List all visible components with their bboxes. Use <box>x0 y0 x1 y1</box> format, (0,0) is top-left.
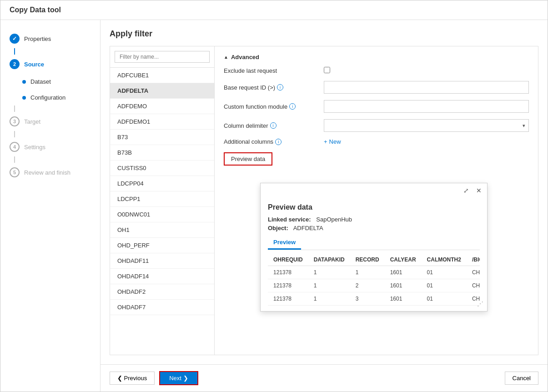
dot-dataset <box>22 80 26 84</box>
previous-button[interactable]: ❮ Previous <box>110 372 155 385</box>
baseid-info-icon[interactable]: i <box>277 84 283 90</box>
app-title: Copy Data tool <box>10 6 61 14</box>
exclude-checkbox[interactable] <box>324 67 330 73</box>
list-item[interactable]: OHDADF2 <box>110 284 214 300</box>
list-item[interactable]: OH1 <box>110 222 214 238</box>
list-item[interactable]: CUSTISS0 <box>110 161 214 176</box>
section-toggle[interactable]: ▲ Advanced <box>224 54 529 60</box>
step-number-source: 2 <box>13 61 16 67</box>
list-item[interactable]: OHDADF11 <box>110 253 214 269</box>
step-number-target: 3 <box>13 119 16 124</box>
custom-label-text: Custom function module <box>224 103 287 110</box>
preview-popup-header: ⤢ ✕ <box>261 183 487 198</box>
triangle-icon: ▲ <box>224 55 228 60</box>
list-item[interactable]: B73B <box>110 145 214 161</box>
preview-popup-title: Preview data <box>268 203 480 211</box>
add-new-button[interactable]: + New <box>324 138 341 145</box>
preview-popup-content: Preview data Linked service: SapOpenHub … <box>261 198 487 311</box>
preview-tabs: Preview <box>268 236 480 250</box>
additional-columns-text: Additional columns <box>224 138 273 145</box>
tab-preview-label: Preview <box>273 239 296 246</box>
page-area: Apply filter ADFCUBE1ADFDELTAADFDEMOADFD… <box>101 20 548 364</box>
preview-col-header: CALYEAR <box>385 254 422 266</box>
delimiter-info-icon[interactable]: i <box>270 122 277 129</box>
step-circle-review: 5 <box>10 167 20 177</box>
sidebar: ✓ Properties 2 Source Dataset Configurat <box>0 20 101 392</box>
list-item[interactable]: O0DNWC01 <box>110 207 214 222</box>
preview-cell: 2 <box>350 279 385 292</box>
label-baseid: Base request ID (>) i <box>224 84 324 91</box>
preview-data-button[interactable]: Preview data <box>224 152 272 166</box>
preview-meta-linked: Linked service: SapOpenHub <box>268 216 480 223</box>
dot-configuration <box>22 96 26 100</box>
sidebar-item-review[interactable]: 5 Review and finish <box>0 163 100 182</box>
step-number-review: 5 <box>13 170 16 175</box>
preview-table-wrap: OHREQUIDDATAPAKIDRECORDCALYEARCALMONTH2/… <box>268 254 480 306</box>
sidebar-label-target: Target <box>24 118 40 125</box>
step-circle-settings: 4 <box>10 142 20 152</box>
preview-data-row: 12137811160101CH02 <box>268 266 480 279</box>
preview-cell: 1 <box>308 292 350 306</box>
control-custom <box>324 100 529 113</box>
custom-input[interactable] <box>324 100 529 113</box>
connector-4 <box>14 156 15 163</box>
step-circle-source: 2 <box>10 59 20 69</box>
preview-col-header: OHREQUID <box>268 254 308 266</box>
sidebar-item-settings[interactable]: 4 Settings <box>0 137 100 156</box>
list-panel: ADFCUBE1ADFDELTAADFDEMOADFDEMO1B73B73BCU… <box>110 46 215 355</box>
linked-service-label: Linked service: <box>268 216 311 223</box>
preview-cell: CH02 <box>467 266 480 279</box>
control-delimiter: Comma Tab ▾ <box>324 119 529 132</box>
list-item[interactable]: LDCPP04 <box>110 176 214 191</box>
label-exclude: Exclude last request <box>224 67 324 74</box>
sidebar-item-properties[interactable]: ✓ Properties <box>0 29 100 48</box>
connector-1 <box>14 48 15 55</box>
resize-handle[interactable]: ⋰ <box>477 300 483 307</box>
preview-cell: 1 <box>308 279 350 292</box>
preview-cell: 3 <box>350 292 385 306</box>
cancel-button[interactable]: Cancel <box>505 372 538 385</box>
custom-info-icon[interactable]: i <box>289 103 296 110</box>
sidebar-item-source[interactable]: 2 Source <box>0 55 100 74</box>
sidebar-item-dataset[interactable]: Dataset <box>0 74 100 90</box>
add-columns-row: Additional columns i + New <box>224 138 529 145</box>
tab-preview[interactable]: Preview <box>268 236 301 250</box>
close-icon[interactable]: ✕ <box>474 186 483 195</box>
plus-icon: + <box>324 138 327 145</box>
preview-cell: CH02 <box>467 279 480 292</box>
next-button[interactable]: Next ❯ <box>159 371 198 385</box>
list-item[interactable]: LDCPP1 <box>110 191 214 207</box>
label-custom: Custom function module i <box>224 103 324 110</box>
form-row-exclude: Exclude last request <box>224 67 529 75</box>
preview-data-row: 12137812160101CH02 <box>268 279 480 292</box>
delimiter-select[interactable]: Comma Tab <box>324 119 529 132</box>
list-item[interactable]: OHDADF7 <box>110 300 214 315</box>
preview-table: OHREQUIDDATAPAKIDRECORDCALYEARCALMONTH2/… <box>268 254 480 306</box>
list-item[interactable]: ADFDEMO1 <box>110 114 214 130</box>
baseid-input[interactable] <box>324 81 529 94</box>
list-item[interactable]: OHDADF14 <box>110 269 214 284</box>
config-panel: ▲ Advanced Exclude last request <box>215 46 538 355</box>
preview-col-header: /BIC/F <box>467 254 480 266</box>
sidebar-item-target[interactable]: 3 Target <box>0 112 100 131</box>
sidebar-label-settings: Settings <box>24 144 45 151</box>
sidebar-label-review: Review and finish <box>24 169 70 176</box>
checkmark-icon: ✓ <box>12 35 17 42</box>
sidebar-item-configuration[interactable]: Configuration <box>0 90 100 106</box>
add-new-label: New <box>329 138 341 145</box>
filter-input[interactable] <box>115 51 210 63</box>
preview-cell: 121378 <box>268 279 308 292</box>
list-item[interactable]: B73 <box>110 130 214 145</box>
expand-icon[interactable]: ⤢ <box>462 186 471 195</box>
preview-col-header: CALMONTH2 <box>422 254 467 266</box>
main-content: Apply filter ADFCUBE1ADFDELTAADFDEMOADFD… <box>101 20 548 392</box>
list-item[interactable]: ADFDELTA <box>110 83 214 99</box>
list-item[interactable]: OHD_PERF <box>110 238 214 253</box>
linked-service-value: SapOpenHub <box>316 216 352 223</box>
preview-meta-object: Object: ADFDELTA <box>268 225 480 231</box>
list-item[interactable]: ADFDEMO <box>110 99 214 114</box>
preview-data-row: 12137813160101CH04 <box>268 292 480 306</box>
connector-3 <box>14 131 15 137</box>
list-item[interactable]: ADFCUBE1 <box>110 68 214 83</box>
additional-columns-info-icon[interactable]: i <box>275 139 282 145</box>
